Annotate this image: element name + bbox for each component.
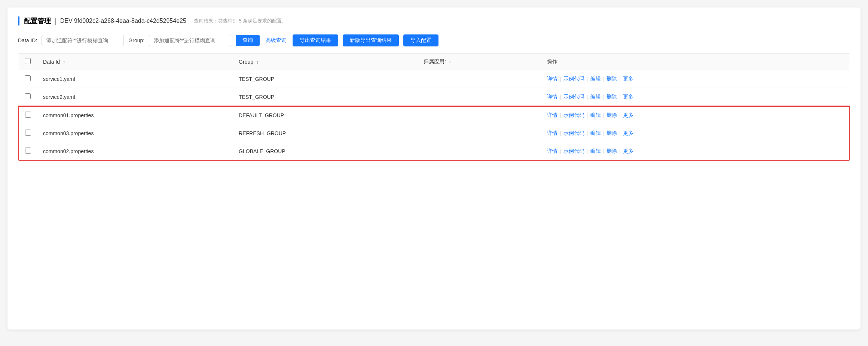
- cell-app: [418, 142, 541, 161]
- query-button[interactable]: 查询: [236, 35, 260, 46]
- action-separator: |: [619, 148, 621, 154]
- action-separator: |: [560, 112, 561, 118]
- header-env: DEV 9fd002c2-a268-4eaa-8ada-c42d52954e25: [60, 18, 186, 24]
- action-link-删除[interactable]: 删除: [606, 130, 617, 137]
- cell-actions: 详情|示例代码|编辑|删除|更多: [541, 142, 849, 161]
- export-button[interactable]: 导出查询结果: [293, 34, 338, 46]
- action-separator: |: [587, 130, 588, 136]
- row-checkbox[interactable]: [25, 75, 31, 81]
- action-separator: |: [603, 112, 605, 118]
- cell-group: REFRESH_GROUP: [233, 124, 418, 142]
- action-link-更多[interactable]: 更多: [623, 112, 633, 119]
- data-id-sort-icon[interactable]: ↕: [63, 60, 65, 65]
- app-sort-icon[interactable]: ↕: [449, 59, 451, 64]
- action-link-编辑[interactable]: 编辑: [590, 112, 601, 119]
- action-link-示例代码[interactable]: 示例代码: [563, 130, 584, 137]
- page-title: 配置管理: [24, 16, 51, 25]
- action-link-更多[interactable]: 更多: [623, 130, 633, 137]
- action-link-更多[interactable]: 更多: [623, 148, 633, 155]
- cell-app: [418, 106, 541, 124]
- cell-data-id: common03.properties: [37, 124, 233, 142]
- header-divider: |: [55, 17, 56, 25]
- action-separator: |: [619, 76, 621, 82]
- table-row: common03.propertiesREFRESH_GROUP详情|示例代码|…: [19, 124, 849, 142]
- data-id-input[interactable]: [42, 35, 124, 46]
- table-row: common02.propertiesGLOBALE_GROUP详情|示例代码|…: [19, 142, 849, 161]
- action-separator: |: [560, 130, 561, 136]
- action-link-详情[interactable]: 详情: [547, 76, 557, 82]
- action-separator: |: [603, 148, 605, 154]
- table-row: common01.propertiesDEFAULT_GROUP详情|示例代码|…: [19, 106, 849, 124]
- select-all-checkbox[interactable]: [25, 58, 31, 64]
- action-link-详情[interactable]: 详情: [547, 94, 557, 100]
- action-link-示例代码[interactable]: 示例代码: [563, 94, 584, 100]
- action-separator: |: [603, 130, 605, 136]
- group-label: Group:: [128, 37, 144, 43]
- header-app[interactable]: 归属应用: ↕: [418, 54, 541, 70]
- cell-actions: 详情|示例代码|编辑|删除|更多: [541, 124, 849, 142]
- table-header-row: Data Id ↕ Group ↕ 归属应用: ↕ 操作: [19, 54, 849, 70]
- action-link-更多[interactable]: 更多: [623, 76, 633, 82]
- action-link-编辑[interactable]: 编辑: [590, 94, 601, 100]
- import-button[interactable]: 导入配置: [403, 34, 438, 46]
- action-separator: |: [587, 112, 588, 118]
- action-separator: |: [560, 94, 561, 100]
- page-header: 配置管理 | DEV 9fd002c2-a268-4eaa-8ada-c42d5…: [18, 16, 850, 25]
- row-checkbox[interactable]: [25, 93, 31, 99]
- cell-actions: 详情|示例代码|编辑|删除|更多: [541, 70, 849, 88]
- action-separator: |: [587, 76, 588, 82]
- action-link-删除[interactable]: 删除: [606, 76, 617, 82]
- data-id-label: Data ID:: [18, 37, 37, 43]
- header-checkbox-col: [19, 54, 37, 70]
- query-result-text: 查询结果：共查询到 5 条满足要求的配置。: [194, 18, 287, 24]
- action-link-示例代码[interactable]: 示例代码: [563, 76, 584, 82]
- cell-actions: 详情|示例代码|编辑|删除|更多: [541, 88, 849, 106]
- action-link-详情[interactable]: 详情: [547, 112, 557, 119]
- action-separator: |: [587, 94, 588, 100]
- cell-data-id: service1.yaml: [37, 70, 233, 88]
- cell-group: TEST_GROUP: [233, 88, 418, 106]
- action-link-更多[interactable]: 更多: [623, 94, 633, 100]
- action-link-删除[interactable]: 删除: [606, 94, 617, 100]
- cell-data-id: service2.yaml: [37, 88, 233, 106]
- advanced-query-button[interactable]: 高级查询: [264, 35, 288, 46]
- action-link-示例代码[interactable]: 示例代码: [563, 112, 584, 119]
- action-link-示例代码[interactable]: 示例代码: [563, 148, 584, 155]
- header-group[interactable]: Group ↕: [233, 54, 418, 70]
- new-export-button[interactable]: 新版导出查询结果: [343, 34, 399, 46]
- action-separator: |: [560, 76, 561, 82]
- header-data-id[interactable]: Data Id ↕: [37, 54, 233, 70]
- action-separator: |: [619, 94, 621, 100]
- action-link-编辑[interactable]: 编辑: [590, 130, 601, 137]
- group-sort-icon[interactable]: ↕: [256, 60, 259, 65]
- cell-group: GLOBALE_GROUP: [233, 142, 418, 161]
- cell-data-id: common02.properties: [37, 142, 233, 161]
- action-separator: |: [619, 130, 621, 136]
- action-link-编辑[interactable]: 编辑: [590, 76, 601, 82]
- cell-data-id: common01.properties: [37, 106, 233, 124]
- cell-app: [418, 70, 541, 88]
- table-row: service2.yamlTEST_GROUP详情|示例代码|编辑|删除|更多: [19, 88, 849, 106]
- table-row: service1.yamlTEST_GROUP详情|示例代码|编辑|删除|更多: [19, 70, 849, 88]
- group-input[interactable]: [149, 35, 231, 46]
- action-link-删除[interactable]: 删除: [606, 148, 617, 155]
- row-checkbox[interactable]: [25, 130, 31, 136]
- row-checkbox[interactable]: [25, 112, 31, 118]
- config-table: Data Id ↕ Group ↕ 归属应用: ↕ 操作: [18, 53, 850, 161]
- action-separator: |: [560, 148, 561, 154]
- cell-app: [418, 124, 541, 142]
- header-actions: 操作: [541, 54, 849, 70]
- action-link-详情[interactable]: 详情: [547, 148, 557, 155]
- cell-group: TEST_GROUP: [233, 70, 418, 88]
- cell-actions: 详情|示例代码|编辑|删除|更多: [541, 106, 849, 124]
- cell-app: [418, 88, 541, 106]
- toolbar: Data ID: Group: 查询 高级查询 导出查询结果 新版导出查询结果 …: [18, 34, 850, 46]
- action-link-删除[interactable]: 删除: [606, 112, 617, 119]
- action-separator: |: [603, 94, 605, 100]
- action-link-详情[interactable]: 详情: [547, 130, 557, 137]
- cell-group: DEFAULT_GROUP: [233, 106, 418, 124]
- action-separator: |: [603, 76, 605, 82]
- row-checkbox[interactable]: [25, 148, 31, 154]
- action-separator: |: [619, 112, 621, 118]
- action-link-编辑[interactable]: 编辑: [590, 148, 601, 155]
